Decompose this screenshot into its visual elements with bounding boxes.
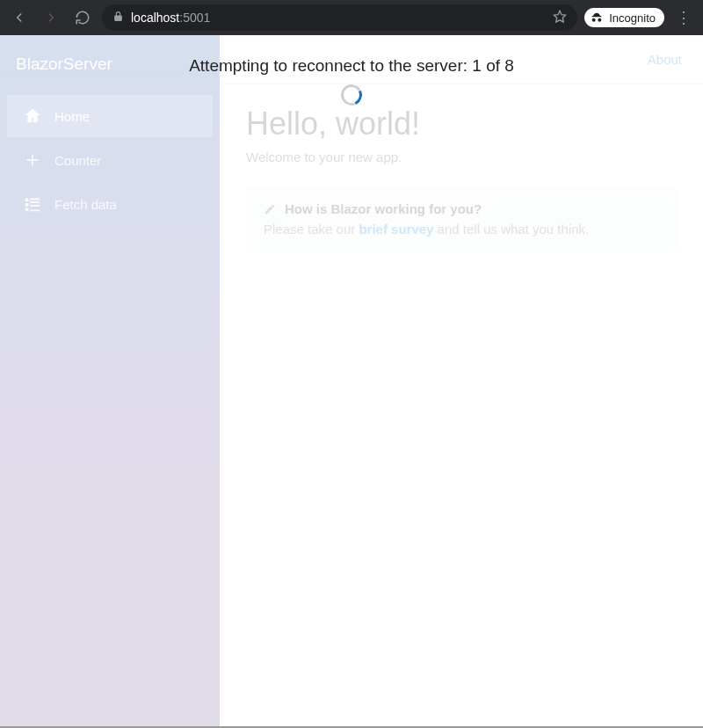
about-link[interactable]: About [648,52,682,67]
pencil-icon [264,203,276,215]
sidebar-item-label: Counter [54,153,101,168]
app-brand[interactable]: BlazorServer [0,42,220,93]
page-content: Hello, world! Welcome to your new app. H… [220,84,703,273]
home-icon [23,106,42,126]
app-area: BlazorServer Home Counter Fetch data Abo… [0,35,703,728]
incognito-label: Incognito [609,11,656,25]
url-host: localhost [131,11,179,25]
forward-button[interactable] [39,5,63,30]
incognito-badge: Incognito [584,8,664,27]
main-content-area: About Hello, world! Welcome to your new … [220,35,703,726]
back-button[interactable] [7,5,32,30]
svg-marker-0 [554,11,566,22]
survey-text: Please take our brief survey and tell us… [264,222,659,237]
url-text: localhost:5001 [131,11,210,25]
list-icon [23,194,42,214]
browser-chrome: localhost:5001 Incognito ⋮ [0,0,703,35]
sidebar-item-counter[interactable]: Counter [7,139,213,181]
incognito-icon [590,11,604,25]
sidebar-item-label: Fetch data [54,197,117,212]
browser-menu-button[interactable]: ⋮ [671,8,696,27]
lock-icon [112,11,124,25]
reload-button[interactable] [70,5,95,30]
page-heading: Hello, world! [246,106,677,142]
plus-icon [23,150,42,170]
sidebar-item-fetch-data[interactable]: Fetch data [7,183,213,225]
top-row: About [220,35,703,84]
welcome-text: Welcome to your new app. [246,149,677,164]
address-bar[interactable]: localhost:5001 [102,4,577,31]
url-port: :5001 [179,11,210,25]
sidebar-item-label: Home [54,109,90,124]
sidebar: BlazorServer Home Counter Fetch data [0,35,220,726]
bookmark-star-icon[interactable] [553,10,567,26]
survey-panel: How is Blazor working for you? Please ta… [246,186,677,252]
sidebar-item-home[interactable]: Home [7,95,213,137]
survey-link[interactable]: brief survey [359,222,433,237]
survey-title: How is Blazor working for you? [264,201,482,216]
